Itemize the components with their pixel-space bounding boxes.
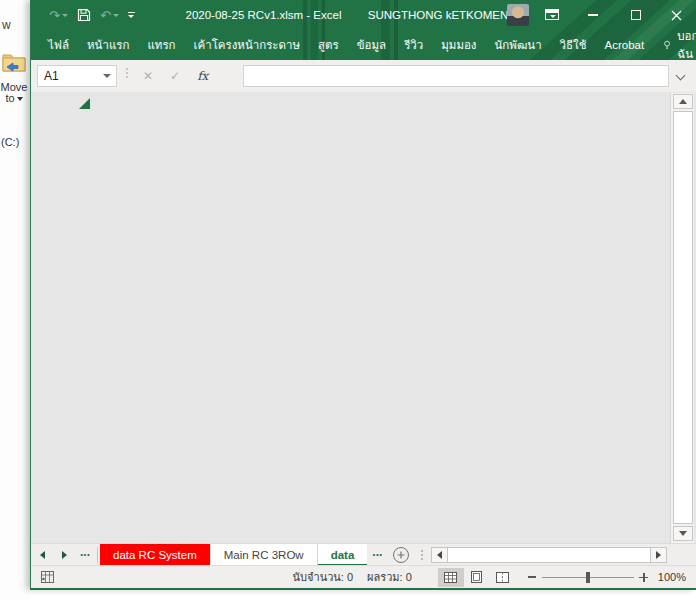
- plus-icon: [397, 551, 405, 559]
- minus-icon: [528, 576, 536, 578]
- sheet-overflow-right[interactable]: ...: [367, 545, 387, 565]
- arrow-right-icon: [62, 551, 67, 559]
- scroll-down-button[interactable]: [673, 526, 693, 541]
- formula-bar-buttons: ✕ ✓ fx: [143, 60, 208, 92]
- tell-me-label: บอกฉัน: [677, 27, 696, 60]
- status-sum: ผลรวม: 0: [367, 568, 412, 586]
- close-icon: [671, 10, 682, 21]
- zoom-slider-handle[interactable]: [586, 572, 590, 583]
- plus-icon: [639, 573, 648, 582]
- ribbon-tab-insert[interactable]: แทรก: [138, 30, 184, 60]
- sheet-tab-data-rc-system[interactable]: data RC System: [100, 544, 211, 566]
- normal-view-button[interactable]: [438, 568, 464, 587]
- arrow-left-icon: [437, 551, 442, 559]
- ribbon-tab-developer[interactable]: นักพัฒนา: [485, 30, 550, 60]
- undo-caret-icon: [113, 14, 119, 17]
- window-bottom-border: [31, 588, 696, 590]
- move-to-caret-icon: [17, 97, 23, 101]
- tabbar-separator: [421, 550, 423, 560]
- ribbon-tab-help[interactable]: วิธีใช้: [551, 30, 596, 60]
- title-bar: ↷ ↶ 2020-08-25 RCv1.xlsm - Excel SUNGTHO…: [31, 0, 696, 30]
- quick-access-toolbar: ↷ ↶: [49, 0, 135, 30]
- expand-formula-bar-icon[interactable]: [677, 72, 685, 80]
- explorer-partial-text: w: [2, 18, 11, 32]
- ribbon-tab-formulas[interactable]: สูตร: [309, 30, 348, 60]
- sheet-tab-bar: ... data RC System Main RC 3ROw data ...: [31, 543, 696, 565]
- ribbon-tab-data[interactable]: ข้อมูล: [348, 30, 395, 60]
- window-title: 2020-08-25 RCv1.xlsm - Excel: [181, 0, 346, 30]
- name-box-dropdown-icon[interactable]: [103, 74, 111, 78]
- ribbon-tab-file[interactable]: ไฟล์: [39, 30, 78, 60]
- title-and-ribbon-header: ↷ ↶ 2020-08-25 RCv1.xlsm - Excel SUNGTHO…: [31, 0, 696, 60]
- page-break-preview-icon: [496, 572, 509, 583]
- enter-icon[interactable]: ✓: [170, 69, 180, 83]
- page-layout-view-button[interactable]: [464, 568, 490, 587]
- tell-me-button[interactable]: บอกฉัน: [653, 30, 696, 60]
- worksheet-area[interactable]: [31, 92, 696, 543]
- customize-quick-access-icon[interactable]: [128, 4, 135, 26]
- scroll-left-button[interactable]: [431, 547, 448, 563]
- lightbulb-icon: [663, 38, 671, 52]
- scroll-right-button[interactable]: [650, 547, 667, 563]
- drive-label: (C:): [1, 136, 19, 148]
- sheet-overflow-left[interactable]: ...: [75, 545, 95, 565]
- ribbon-display-options-icon[interactable]: [545, 9, 559, 20]
- close-button[interactable]: [659, 0, 693, 30]
- name-box-value: A1: [38, 69, 103, 83]
- account-user-name[interactable]: SUNGTHONG kETKOMEN: [369, 0, 507, 30]
- formula-bar-separator: [126, 68, 128, 78]
- vertical-scrollbar-thumb[interactable]: [673, 111, 693, 524]
- sheet-tab-main-rc-3row[interactable]: Main RC 3ROw: [211, 544, 318, 566]
- sheet-tab-data-active[interactable]: data: [318, 544, 368, 566]
- ribbon-tab-page-layout[interactable]: เค้าโครงหน้ากระดาษ: [185, 30, 309, 60]
- zoom-in-button[interactable]: [636, 568, 652, 587]
- ribbon-tab-home[interactable]: หน้าแรก: [78, 30, 138, 60]
- formula-input[interactable]: [243, 65, 669, 87]
- user-avatar[interactable]: [507, 4, 529, 26]
- new-sheet-button[interactable]: [393, 547, 409, 563]
- arrow-down-icon: [679, 531, 687, 536]
- excel-window: ↷ ↶ 2020-08-25 RCv1.xlsm - Excel SUNGTHO…: [30, 0, 696, 590]
- insert-function-icon[interactable]: fx: [197, 69, 208, 83]
- move-to-folder-icon: [1, 50, 27, 78]
- formula-bar-row: A1 ✕ ✓ fx: [31, 60, 696, 92]
- maximize-button[interactable]: [619, 0, 653, 30]
- redo-caret-icon: [62, 14, 68, 17]
- arrow-right-icon: [656, 551, 661, 559]
- background-explorer-window: w Move to (C:): [0, 0, 30, 600]
- ribbon-tab-acrobat[interactable]: Acrobat: [596, 30, 654, 60]
- undo-icon[interactable]: ↶: [100, 4, 119, 26]
- cancel-icon[interactable]: ✕: [143, 69, 153, 83]
- sheet-nav-left-button[interactable]: [31, 544, 53, 566]
- horizontal-scrollbar[interactable]: [431, 547, 667, 563]
- name-box[interactable]: A1: [37, 65, 117, 87]
- ribbon-tab-review[interactable]: รีวิว: [395, 30, 432, 60]
- save-icon[interactable]: [77, 4, 91, 26]
- normal-view-icon: [444, 572, 457, 583]
- minimize-icon: [588, 14, 598, 16]
- move-to-button[interactable]: Move to: [0, 82, 28, 104]
- status-bar: นับจำนวน: 0 ผลรวม: 0: [31, 565, 696, 588]
- redo-icon[interactable]: ↷: [49, 4, 68, 26]
- zoom-level[interactable]: 100%: [658, 571, 686, 583]
- macro-record-icon: [41, 571, 54, 583]
- scroll-up-button[interactable]: [673, 94, 693, 109]
- ribbon-tab-view[interactable]: มุมมอง: [432, 30, 485, 60]
- arrow-up-icon: [679, 99, 687, 104]
- status-count: นับจำนวน: 0: [293, 568, 354, 586]
- screen: w Move to (C:) ↷: [0, 0, 696, 600]
- ribbon-tab-bar: ไฟล์ หน้าแรก แทรก เค้าโครงหน้ากระดาษ สูต…: [31, 30, 696, 60]
- zoom-out-button[interactable]: [524, 568, 540, 587]
- maximize-icon: [631, 10, 641, 20]
- tabbar-divider: [97, 547, 98, 563]
- sheet-nav-right-button[interactable]: [53, 544, 75, 566]
- sheet-corner-triangle: [79, 98, 90, 109]
- arrow-left-icon: [40, 551, 45, 559]
- vertical-scrollbar[interactable]: [670, 93, 694, 543]
- zoom-slider[interactable]: [542, 568, 634, 587]
- macro-record-button[interactable]: [37, 568, 57, 586]
- move-to-label-line2: to: [5, 92, 14, 104]
- page-break-preview-button[interactable]: [490, 568, 516, 587]
- minimize-button[interactable]: [576, 0, 610, 30]
- horizontal-scrollbar-thumb[interactable]: [448, 547, 650, 563]
